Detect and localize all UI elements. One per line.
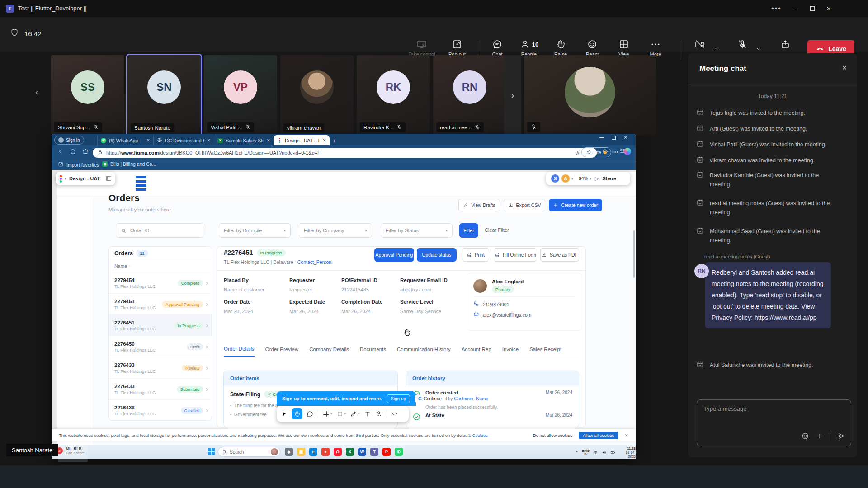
url-bar[interactable]: https://www.figma.com/design/9BKQ0FOHRWa…: [93, 148, 597, 158]
detail-print-button[interactable]: Print: [462, 248, 489, 262]
detail-fill-online-form-button[interactable]: Fill Online Form: [494, 248, 537, 262]
update-button[interactable]: Update: [581, 147, 611, 157]
filter-dropdown-0[interactable]: Filter by Domicile▾: [219, 223, 291, 238]
tab-communication-history[interactable]: Communication History: [397, 343, 451, 357]
bookmark-import-favorites[interactable]: Import favorites: [58, 161, 99, 168]
figma-collaborator-avatar[interactable]: S: [551, 174, 560, 183]
figma-share-button[interactable]: Share: [603, 176, 617, 181]
figma-tool-code[interactable]: [391, 410, 398, 418]
detail-save-as-pdf-button[interactable]: Save as PDF: [540, 248, 579, 262]
tab-order-details[interactable]: Order Details: [224, 343, 255, 357]
shared-taskbar-app-icon[interactable]: ◆: [285, 448, 293, 456]
figma-tool-diamond[interactable]: [375, 410, 382, 418]
shared-taskbar-app-icon[interactable]: ▣: [297, 448, 305, 456]
tab-close-icon[interactable]: ✕: [267, 138, 270, 143]
customer-name-link[interactable]: Customer_Name: [454, 396, 488, 401]
tab-close-icon[interactable]: ✕: [323, 138, 326, 143]
chat-input-box[interactable]: Type a message: [697, 399, 851, 446]
tab-sales-receipt[interactable]: Sales Receipt: [529, 343, 561, 357]
shared-taskbar-app-icon[interactable]: P: [382, 448, 391, 456]
order-row[interactable]: 2279451 TL Flex Holdings LLC Approval Pe…: [109, 293, 212, 314]
tab-close-icon[interactable]: ✕: [207, 138, 211, 143]
tiles-scroll-left-button[interactable]: ‹: [35, 87, 38, 97]
browser-close-icon[interactable]: ✕: [623, 135, 627, 141]
tab-close-icon[interactable]: ✕: [146, 138, 150, 143]
home-icon[interactable]: [82, 148, 89, 157]
figma-tool-pencil[interactable]: ▾: [350, 410, 360, 418]
shared-taskbar-app-icon[interactable]: O: [334, 448, 342, 456]
clear-filter-button[interactable]: Clear Filter: [485, 227, 509, 233]
emoji-icon[interactable]: [801, 432, 809, 442]
browser-menu-icon[interactable]: •••: [612, 149, 619, 155]
video-tile[interactable]: vikram chavan: [280, 55, 354, 136]
chevron-down-icon[interactable]: ▾: [571, 177, 573, 181]
browser-minimize-icon[interactable]: [599, 137, 604, 138]
copilot-icon[interactable]: [624, 148, 631, 155]
allow-cookies-button[interactable]: Allow all cookies: [579, 432, 618, 439]
figma-tool-hash[interactable]: ▾: [322, 410, 332, 418]
tab-order-preview[interactable]: Order Preview: [265, 343, 299, 357]
chat-message-bubble[interactable]: Redberyl and Santosh added read.ai meeti…: [705, 262, 831, 328]
order-row[interactable]: 2216433 TL Flex Holdings LLC Created ›: [109, 399, 212, 421]
shared-start-button[interactable]: [208, 448, 215, 455]
contact-phone[interactable]: 2123874901: [483, 302, 509, 307]
titlebar-more-icon[interactable]: •••: [771, 5, 782, 13]
figma-tool-hand[interactable]: [292, 408, 302, 419]
chat-close-icon[interactable]: ✕: [842, 64, 847, 71]
cookie-settings-link[interactable]: Cookies settings: [472, 433, 488, 438]
bookmark-bills[interactable]: ≣Bills | Billing and Co...: [102, 161, 156, 167]
browser-tab[interactable]: DC Divisions and Surroundings✕: [153, 135, 214, 145]
layout-panel-icon[interactable]: [106, 176, 111, 181]
cookie-close-icon[interactable]: ✕: [625, 433, 628, 438]
order-row[interactable]: 2279454 TL Flex Holdings LLC Complete ›: [109, 272, 212, 293]
figma-tool-cursorA[interactable]: [280, 410, 288, 418]
contact-person-link[interactable]: Contact_Person.: [297, 259, 333, 265]
play-icon[interactable]: ▷: [595, 176, 599, 182]
video-tile[interactable]: VPVishal Patil ...: [204, 55, 277, 136]
video-tile[interactable]: SSShivani Sup...: [51, 55, 124, 136]
shared-taskbar-app-icon[interactable]: ✆: [395, 448, 403, 456]
shared-search-box[interactable]: Search: [218, 447, 280, 457]
tab-company-details[interactable]: Company Details: [309, 343, 349, 357]
filter-button[interactable]: Filter: [459, 223, 478, 238]
action-create-new-order-button[interactable]: Create new order: [549, 199, 602, 211]
mic-menu-chevron-icon[interactable]: [755, 45, 762, 54]
filter-dropdown-1[interactable]: Filter by Company▾: [299, 223, 372, 238]
banner-continue-button[interactable]: GContinue: [415, 395, 445, 403]
order-row[interactable]: 2276433 TL Flex Holdings LLC Review ›: [109, 357, 212, 378]
detail-update-status-button[interactable]: Update status: [417, 248, 457, 262]
browser-profile-button[interactable]: Sign in: [54, 136, 84, 145]
figma-scrollbar[interactable]: [633, 230, 635, 278]
read-aloud-icon[interactable]: A): [576, 150, 580, 156]
new-tab-button[interactable]: +: [333, 137, 336, 144]
tab-invoice[interactable]: Invoice: [502, 343, 519, 357]
close-button[interactable]: ✕: [826, 5, 831, 12]
shared-taskbar-app-icon[interactable]: e: [309, 448, 317, 456]
back-icon[interactable]: [57, 148, 64, 157]
order-row[interactable]: 2276451 TL Flex Holdings LLC In Progress…: [109, 314, 212, 336]
browser-tab[interactable]: Design - UAT – Figma✕: [274, 135, 330, 145]
shared-taskbar-app-icon[interactable]: W: [358, 448, 366, 456]
figma-tool-comment[interactable]: [307, 410, 314, 418]
action-view-drafts-button[interactable]: View Drafts: [458, 199, 500, 211]
shared-taskbar-app-icon[interactable]: T: [370, 448, 378, 456]
list-column-header[interactable]: Name: [114, 263, 127, 269]
shared-taskbar-tray[interactable]: ⌃ ENGIN 11:3808-04-2025: [575, 446, 636, 459]
annotation-plus-button[interactable]: +: [58, 441, 88, 462]
maximize-button[interactable]: [810, 6, 815, 11]
browser-maximize-icon[interactable]: [612, 136, 616, 140]
refresh-icon[interactable]: [70, 148, 76, 157]
attach-plus-icon[interactable]: [816, 432, 823, 441]
camera-menu-chevron-icon[interactable]: [712, 45, 719, 54]
filter-dropdown-2[interactable]: Filter by Status▾: [381, 223, 453, 238]
shared-taskbar-app-icon[interactable]: X: [346, 448, 354, 456]
video-tile[interactable]: RNread.ai mee...: [433, 55, 506, 136]
action-export-csv-button[interactable]: Export CSV: [504, 199, 545, 211]
spotlight-video-tile[interactable]: [524, 55, 656, 136]
zoom-select[interactable]: 94%▾: [579, 176, 591, 181]
browser-tab[interactable]: ✆(6) WhatsApp✕: [97, 135, 153, 145]
detail-approval-pending-button[interactable]: Approval Pending: [374, 248, 414, 262]
order-id-search-input[interactable]: Order ID: [116, 223, 203, 238]
video-tile[interactable]: SNSantosh Narate: [127, 55, 201, 136]
video-tile[interactable]: RKRavindra K...: [357, 55, 430, 136]
